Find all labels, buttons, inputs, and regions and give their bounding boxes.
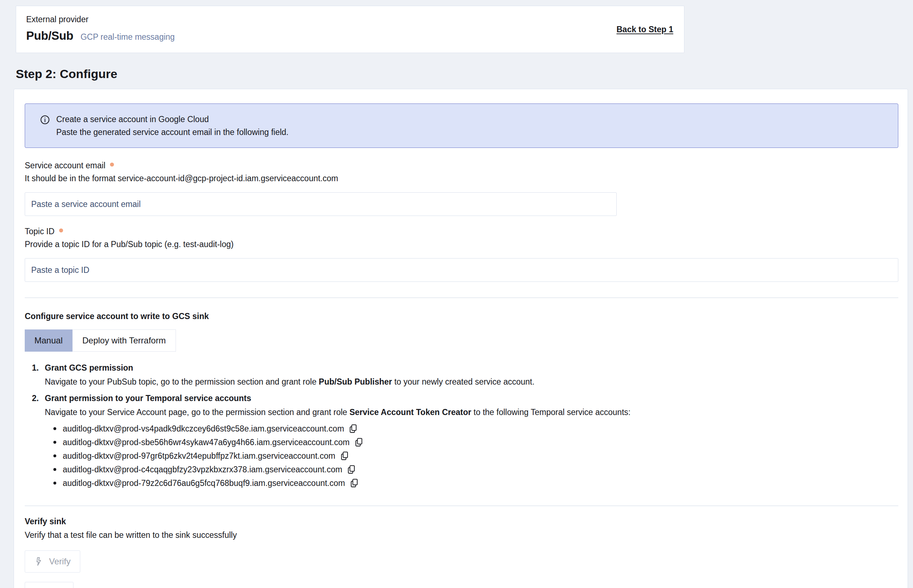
service-account-row: auditlog-dktxv@prod-79z2c6d76au6g5fcq768… [53,476,898,490]
copy-icon [349,424,357,434]
service-account-email-label: Service account email [25,160,105,171]
step-grant-temporal-permission: Grant permission to your Temporal servic… [35,393,898,490]
configure-tabs: Manual Deploy with Terraform [25,330,176,352]
verify-button[interactable]: Verify [25,551,80,573]
step-grant-gcs-permission: Grant GCS permission Navigate to your Pu… [35,362,898,387]
provider-name: Pub/Sub [26,29,73,43]
verify-sink-description: Verify that a test file can be written t… [25,530,898,540]
provider-header-card: External provider Pub/Sub GCP real-time … [16,6,685,53]
service-account-row: auditlog-dktxv@prod-c4cqaqgbfzy23vpzkbxz… [53,463,898,476]
copy-icon [355,438,363,447]
topic-id-field-group: Topic ID Provide a topic ID for a Pub/Su… [25,226,898,282]
configure-steps: Grant GCS permission Navigate to your Pu… [25,362,898,490]
service-account-email: auditlog-dktxv@prod-vs4padk9dkczcey6d6st… [63,424,344,434]
info-banner-title: Create a service account in Google Cloud [56,113,288,126]
copy-icon [340,451,349,461]
copy-button[interactable] [355,438,363,447]
copy-button[interactable] [347,465,355,475]
service-account-email: auditlog-dktxv@prod-c4cqaqgbfzy23vpzkbxz… [63,465,342,475]
tab-deploy-with-terraform[interactable]: Deploy with Terraform [72,330,176,352]
service-account-email-label-row: Service account email [25,160,898,171]
service-account-email-input[interactable] [25,192,617,216]
info-circle-icon [40,115,50,126]
copy-icon [350,478,358,488]
step-body-text: to the following Temporal service accoun… [471,407,630,417]
section-divider [25,506,898,506]
service-account-email: auditlog-dktxv@prod-97gr6tp6zkv2t4epubff… [63,451,335,461]
provider-name-row: Pub/Sub GCP real-time messaging [26,29,674,43]
step-body-text: Navigate to your PubSub topic, go to the… [45,377,319,386]
service-account-row: auditlog-dktxv@prod-vs4padk9dkczcey6d6st… [53,422,898,435]
step-body-role-name: Service Account Token Creator [350,407,471,417]
provider-subtitle: GCP real-time messaging [81,32,175,42]
required-dot [110,163,114,166]
provider-eyebrow: External provider [26,14,674,25]
lightning-bolt-icon [34,557,44,566]
create-button-row: Create [25,573,898,588]
info-banner: Create a service account in Google Cloud… [25,103,898,148]
page-title: Step 2: Configure [16,66,913,81]
step-body: Navigate to your Service Account page, g… [45,407,898,418]
topic-id-label: Topic ID [25,226,55,237]
service-account-row: auditlog-dktxv@prod-sbe56h6wr4sykaw47a6y… [53,435,898,449]
tab-manual[interactable]: Manual [25,330,72,352]
service-account-email: auditlog-dktxv@prod-sbe56h6wr4sykaw47a6y… [63,438,350,447]
service-account-email-field-group: Service account email It should be in th… [25,160,898,216]
step-body: Navigate to your PubSub topic, go to the… [45,376,898,387]
verify-button-row: Verify [25,540,898,573]
service-account-email: auditlog-dktxv@prod-79z2c6d76au6g5fcq768… [63,478,345,488]
topic-id-input[interactable] [25,258,898,282]
service-account-email-helper: It should be in the format service-accou… [25,173,898,184]
configure-section-heading: Configure service account to write to GC… [25,311,898,321]
copy-button[interactable] [340,451,349,461]
step-body-text: Navigate to your Service Account page, g… [45,407,350,417]
verify-sink-heading: Verify sink [25,516,898,527]
verify-button-label: Verify [49,556,71,567]
topic-id-label-row: Topic ID [25,226,898,237]
service-accounts-list: auditlog-dktxv@prod-vs4padk9dkczcey6d6st… [45,422,898,490]
copy-icon [347,465,355,475]
info-banner-text: Create a service account in Google Cloud… [56,113,288,139]
back-to-step-1-link[interactable]: Back to Step 1 [617,25,673,34]
copy-button[interactable] [350,478,358,488]
section-divider [25,297,898,298]
info-banner-body: Paste the generated service account emai… [56,126,288,139]
copy-button[interactable] [349,424,357,434]
step-body-role-name: Pub/Sub Publisher [319,377,392,386]
step-title: Grant GCS permission [45,362,898,373]
step-body-text: to your newly created service account. [392,377,534,386]
topic-id-helper: Provide a topic ID for a Pub/Sub topic (… [25,239,898,250]
step-title: Grant permission to your Temporal servic… [45,393,898,404]
configure-card: Create a service account in Google Cloud… [14,89,908,588]
service-account-row: auditlog-dktxv@prod-97gr6tp6zkv2t4epubff… [53,449,898,463]
create-button[interactable]: Create [25,582,73,588]
required-dot [59,228,63,233]
